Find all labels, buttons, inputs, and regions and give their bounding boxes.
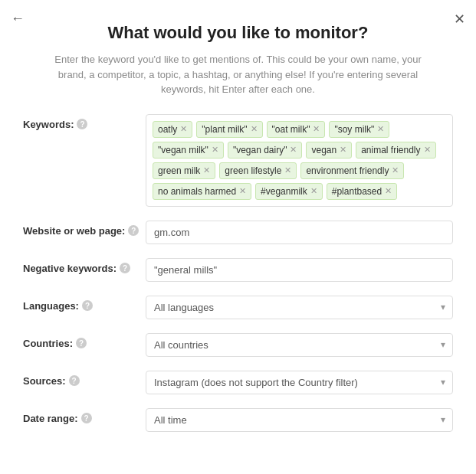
website-control [146,221,453,244]
keyword-tag-remove[interactable]: ✕ [385,187,392,195]
keyword-tag: "soy milk"✕ [329,121,389,138]
keyword-tag: #plantbased✕ [327,183,397,200]
keyword-tag-remove[interactable]: ✕ [424,145,431,154]
page-title: What would you like to monitor? [23,23,453,43]
keyword-tag-label: green milk [158,165,200,176]
keyword-tag-remove[interactable]: ✕ [340,145,346,154]
languages-row: Languages: ? All languages ▾ [23,296,453,319]
website-row: Website or web page: ? [23,221,453,244]
keyword-tag-label: environment friendly [306,165,389,176]
countries-control: All countries ▾ [146,333,453,357]
keyword-tag-label: animal friendly [361,145,420,155]
website-help-icon[interactable]: ? [128,225,139,236]
page-subtitle: Enter the keyword you'd like to get ment… [54,52,422,97]
keyword-tag: animal friendly✕ [356,142,435,159]
keyword-tag-label: no animals harmed [158,186,236,197]
date-range-label: Date range: ? [23,408,146,424]
negative-keywords-row: Negative keywords: ? [23,258,453,282]
keyword-tag-remove[interactable]: ✕ [284,166,291,175]
keyword-tag-remove[interactable]: ✕ [392,166,399,175]
countries-select[interactable]: All countries [146,333,453,357]
keyword-tag: "plant milk"✕ [196,121,262,138]
date-range-select[interactable]: All time [146,408,453,432]
sources-select[interactable]: Instagram (does not support the Country … [146,371,453,394]
keyword-tag-label: #plantbased [332,186,382,197]
keyword-tag-label: #veganmilk [261,186,307,197]
keyword-tag-remove[interactable]: ✕ [313,125,320,133]
keyword-tag: green milk✕ [153,162,215,179]
keyword-tag-label: vegan [311,145,336,155]
keywords-help-icon[interactable]: ? [77,119,87,129]
countries-help-icon[interactable]: ? [76,338,87,348]
keyword-tag: oatly✕ [153,121,192,138]
keyword-tag-label: "plant milk" [202,124,247,135]
keyword-tag-label: "vegan milk" [158,145,208,155]
keywords-box[interactable]: oatly✕"plant milk"✕"oat milk"✕"soy milk"… [146,114,453,207]
sources-row: Sources: ? Instagram (does not support t… [23,371,453,394]
keyword-tag-label: "oat milk" [272,124,310,135]
website-label: Website or web page: ? [23,221,146,237]
website-input[interactable] [146,221,453,244]
keyword-tag-remove[interactable]: ✕ [203,166,210,175]
sources-control: Instagram (does not support the Country … [146,371,453,394]
keyword-tag-label: "soy milk" [334,124,374,135]
languages-control: All languages ▾ [146,296,453,319]
keyword-tag: "vegan dairy"✕ [228,142,303,159]
keyword-tag-remove[interactable]: ✕ [180,125,187,133]
keyword-tag: "oat milk"✕ [267,121,326,138]
keyword-tag: no animals harmed✕ [153,183,251,200]
date-range-row: Date range: ? All time ▾ [23,408,453,432]
keyword-tag-remove[interactable]: ✕ [212,145,218,154]
keyword-tag: green lifestyle✕ [219,162,297,179]
negative-keywords-label: Negative keywords: ? [23,258,146,274]
close-button[interactable]: ✕ [454,11,465,28]
keyword-tag-remove[interactable]: ✕ [377,125,384,133]
keyword-tag-remove[interactable]: ✕ [239,187,246,195]
keywords-control: oatly✕"plant milk"✕"oat milk"✕"soy milk"… [146,114,453,207]
sources-help-icon[interactable]: ? [69,375,80,386]
keyword-tag-remove[interactable]: ✕ [290,145,297,154]
keyword-tag-label: oatly [158,124,177,135]
keyword-tag: "vegan milk"✕ [153,142,224,159]
languages-label: Languages: ? [23,296,146,312]
back-button[interactable]: ← [11,11,25,27]
monitor-modal: ← ✕ What would you like to monitor? Ente… [0,0,476,474]
negative-keywords-input[interactable] [146,258,453,282]
keyword-tag-label: "vegan dairy" [233,145,287,155]
keyword-tag: environment friendly✕ [300,162,404,179]
languages-help-icon[interactable]: ? [82,300,93,311]
countries-row: Countries: ? All countries ▾ [23,333,453,357]
keyword-tag: vegan✕ [306,142,352,159]
sources-label: Sources: ? [23,371,146,387]
keywords-label: Keywords: ? [23,114,146,130]
keyword-tag-remove[interactable]: ✕ [310,187,317,195]
negative-keywords-control [146,258,453,282]
negative-keywords-help-icon[interactable]: ? [120,263,130,273]
keyword-tag-remove[interactable]: ✕ [251,125,258,133]
countries-label: Countries: ? [23,333,146,349]
date-range-help-icon[interactable]: ? [81,413,92,423]
keyword-tag: #veganmilk✕ [255,183,323,200]
languages-select[interactable]: All languages [146,296,453,319]
keywords-row: Keywords: ? oatly✕"plant milk"✕"oat milk… [23,114,453,207]
keyword-tag-label: green lifestyle [225,165,281,176]
date-range-control: All time ▾ [146,408,453,432]
